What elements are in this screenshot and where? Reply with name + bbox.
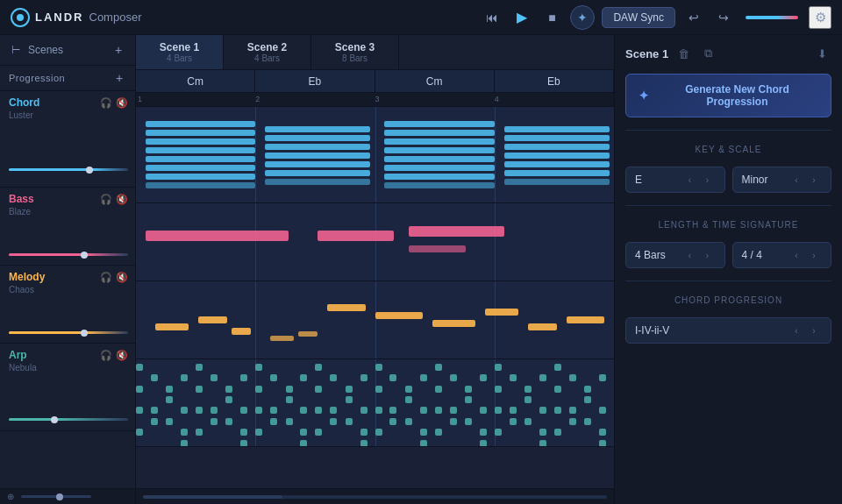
arp-dot (435, 386, 442, 393)
play-button[interactable]: ▶ (510, 6, 533, 29)
arp-dot (270, 374, 277, 381)
scale-value-box: Minor ‹ › (732, 167, 832, 193)
melody-volume-bar[interactable] (9, 331, 128, 334)
volume-bar[interactable] (746, 16, 798, 19)
bass-mute-icon[interactable]: 🔇 (116, 193, 128, 205)
scale-nav-arrows: ‹ › (788, 172, 822, 188)
scene-tab-1[interactable]: Scene 1 4 Bars (136, 35, 224, 69)
time-sig-next-button[interactable]: › (806, 247, 822, 263)
bass-headphones-icon[interactable]: 🎧 (100, 193, 112, 205)
melody-lane[interactable] (136, 281, 614, 359)
arp-dot (495, 407, 502, 414)
arp-mute-icon[interactable]: 🔇 (116, 349, 128, 361)
arp-lane[interactable] (136, 359, 614, 447)
track-row-chord: Chord 🎧 🔇 Luster (0, 91, 135, 188)
arp-dot (346, 386, 353, 393)
length-next-button[interactable]: › (700, 247, 716, 263)
arp-volume-bar[interactable] (9, 418, 128, 421)
arp-dot (389, 374, 396, 381)
arp-headphones-icon[interactable]: 🎧 (100, 349, 112, 361)
left-sidebar: ⊢ Scenes + Progression + Chord 🎧 🔇 Luste… (0, 35, 136, 504)
arp-dot (599, 407, 606, 414)
bass-track-sub: Blaze (9, 207, 128, 217)
arp-dot (181, 429, 188, 436)
arp-dot (360, 374, 367, 381)
scene-tab-3[interactable]: Scene 3 8 Bars (311, 35, 399, 69)
chord-label-0: Cm (136, 70, 255, 92)
time-sig-prev-button[interactable]: ‹ (788, 247, 804, 263)
arp-dot (360, 407, 367, 414)
arp-dot (300, 407, 307, 414)
key-nav-arrows: ‹ › (682, 172, 716, 188)
panel-copy-button[interactable]: ⧉ (698, 44, 717, 63)
chord-volume-bar[interactable] (9, 168, 128, 171)
arp-dot (495, 386, 502, 393)
skip-back-button[interactable]: ⏮ (481, 6, 503, 29)
panel-title: Scene 1 (625, 47, 668, 60)
right-panel: Scene 1 🗑 ⧉ ⬇ ✦ Generate New Chord Progr… (614, 35, 842, 504)
zoom-icon[interactable]: ⊕ (7, 492, 14, 501)
melody-track-name: Melody (9, 271, 45, 283)
arp-dot (510, 407, 517, 414)
bass-lane[interactable] (136, 203, 614, 281)
zoom-bar[interactable] (21, 495, 91, 498)
ai-button[interactable]: ✦ (570, 5, 595, 30)
arp-dot (300, 374, 307, 381)
scale-prev-button[interactable]: ‹ (788, 172, 804, 188)
key-value-box: E ‹ › (625, 167, 725, 193)
settings-button[interactable]: ⚙ (809, 6, 831, 29)
track-lanes (136, 107, 614, 488)
arp-dot (315, 386, 322, 393)
scale-next-button[interactable]: › (806, 172, 822, 188)
bass-volume-bar[interactable] (9, 253, 128, 256)
arp-dot (375, 386, 382, 393)
horizontal-scrollbar[interactable] (143, 495, 607, 499)
arp-dot (300, 440, 307, 447)
daw-sync-button[interactable]: DAW Sync (602, 7, 675, 28)
arp-dot (569, 418, 576, 425)
arp-dot (480, 407, 487, 414)
arp-dot (166, 386, 173, 393)
scene-expand-icon[interactable]: ⊢ (9, 43, 23, 57)
arp-dot (136, 364, 143, 371)
chord-headphones-icon[interactable]: 🎧 (100, 96, 112, 109)
key-scale-label: KEY & SCALE (625, 145, 831, 154)
melody-mute-icon[interactable]: 🔇 (116, 271, 128, 283)
stop-button[interactable]: ■ (540, 6, 563, 29)
arp-dot (270, 418, 277, 425)
panel-delete-button[interactable]: 🗑 (674, 44, 693, 63)
key-prev-button[interactable]: ‹ (682, 172, 698, 188)
progression-header: Progression + (0, 66, 135, 91)
arp-dot (569, 374, 576, 381)
generate-chord-button[interactable]: ✦ Generate New Chord Progression (625, 74, 831, 117)
arp-dot (599, 429, 606, 436)
arp-dot (196, 364, 203, 371)
arp-dot (480, 374, 487, 381)
arp-dot (539, 440, 546, 447)
progression-add-button[interactable]: + (112, 71, 126, 85)
arp-dot (300, 429, 307, 436)
undo-button[interactable]: ↩ (682, 6, 705, 29)
divider-2 (625, 205, 831, 206)
melody-headphones-icon[interactable]: 🎧 (100, 271, 112, 283)
chord-prog-prev-button[interactable]: ‹ (788, 323, 804, 338)
chord-prog-nav-arrows: ‹ › (788, 323, 822, 338)
arp-dot (554, 386, 561, 393)
arp-dot (539, 429, 546, 436)
arp-dot (136, 429, 143, 436)
chord-label-2: Cm (375, 70, 495, 92)
arp-dot (420, 440, 427, 447)
panel-download-button[interactable]: ⬇ (812, 44, 831, 63)
redo-button[interactable]: ↪ (712, 6, 735, 29)
length-prev-button[interactable]: ‹ (682, 247, 698, 263)
arp-dot (495, 429, 502, 436)
scene-tab-2[interactable]: Scene 2 4 Bars (224, 35, 311, 69)
chord-mute-icon[interactable]: 🔇 (116, 96, 128, 109)
divider-1 (625, 130, 831, 131)
key-next-button[interactable]: › (700, 172, 716, 188)
length-value-box: 4 Bars ‹ › (625, 242, 725, 268)
arp-dot (465, 418, 472, 425)
chord-prog-next-button[interactable]: › (806, 323, 822, 338)
chord-lane[interactable] (136, 107, 614, 203)
scenes-add-button[interactable]: + (111, 42, 126, 58)
